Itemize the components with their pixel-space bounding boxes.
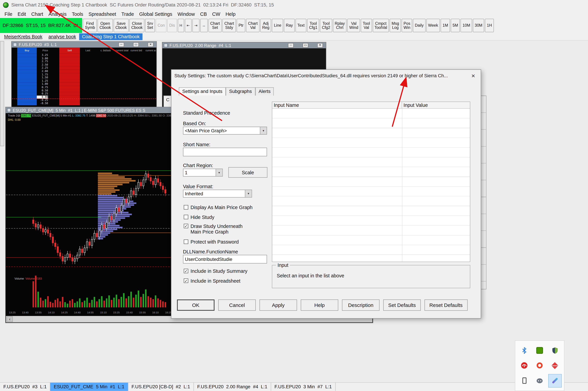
dom-price-row[interactable]: 3.00	[12, 57, 156, 60]
toolbar-button-1m[interactable]: 1M	[441, 19, 450, 32]
dom-sell-cell[interactable]	[59, 70, 80, 73]
checkbox-row-hide-study[interactable]: Hide Study	[184, 214, 214, 220]
checkbox-protect-with-password[interactable]	[184, 239, 188, 244]
checkbox-include-in-study-summary[interactable]: ✓	[184, 269, 188, 273]
scroll-left-button[interactable]: ‹	[7, 316, 13, 322]
toolbar-button-5m[interactable]: 5M	[451, 19, 460, 32]
checkbox-draw-study-underneath-main-price-graph[interactable]: ✓	[184, 224, 188, 228]
maximize-button[interactable]: ▭	[133, 42, 139, 47]
tray-icon-defender[interactable]	[548, 344, 562, 357]
dom-sell-cell[interactable]	[59, 92, 80, 96]
checkbox-include-in-spreadsheet[interactable]: ✓	[184, 279, 188, 283]
dom-buy-cell[interactable]	[17, 89, 37, 92]
dialog-tab-subgraphs[interactable]: Subgraphs	[226, 87, 255, 96]
dom-buy-cell[interactable]	[17, 76, 37, 79]
menu-item-window[interactable]: Window	[175, 10, 198, 17]
checkbox-row-include-in-spreadsheet[interactable]: ✓Include in Spreadsheet	[184, 278, 240, 284]
toolbar-button-1h[interactable]: 1H	[485, 19, 494, 32]
menu-item-global-settings[interactable]: Global Settings	[137, 10, 175, 17]
close-button[interactable]: ✕	[148, 42, 153, 47]
dom-buy-cell[interactable]	[17, 96, 37, 99]
chartbook-tab-coaching-step-1-chartbook[interactable]: Coaching Step 1 Chartbook	[79, 33, 143, 40]
checkbox-row-include-in-study-summary[interactable]: ✓Include in Study Summary	[184, 268, 247, 274]
toolbar-button-daily[interactable]: Daily	[413, 19, 426, 32]
dom-price-row[interactable]: 2.00	[12, 70, 156, 73]
toolbar-button-find-symb[interactable]: Find Symb	[83, 19, 97, 32]
toolbar-button-week[interactable]: Week	[426, 19, 440, 32]
statusbar-item-esu20-fut-cme-5-min-1-l-1[interactable]: ESU20_FUT_CME 5 Min #1 L:1	[50, 383, 128, 391]
menu-item-edit[interactable]: Edit	[15, 10, 28, 17]
dom-buy-cell[interactable]	[17, 70, 37, 73]
toolbar-button-tool-val[interactable]: Tool Val	[361, 19, 372, 32]
toolbar-button-chart-set[interactable]: Chart Set	[208, 19, 222, 32]
menu-item-trade[interactable]: Trade	[119, 10, 137, 17]
menu-item-spreadsheet[interactable]: Spreadsheet	[86, 10, 119, 17]
minimize-button[interactable]: ─	[288, 43, 294, 48]
maximize-button[interactable]: ▭	[303, 43, 308, 48]
toolbar-button-open-cbook[interactable]: Open Cbook	[98, 19, 113, 32]
range-window-titlebar[interactable]: F.US.EPU20 2.00 Range #4 L:1 ─ ▭ ✕	[162, 42, 326, 48]
dom-sell-cell[interactable]	[59, 63, 80, 66]
dom-sell-cell[interactable]	[59, 89, 80, 92]
dom-sell-cell[interactable]	[59, 96, 80, 99]
toolbar-button-h[interactable]: H	[178, 19, 184, 32]
toolbar-button-con[interactable]: Con	[156, 19, 167, 32]
cancel-button[interactable]: Cancel	[218, 299, 256, 311]
statusbar-item-f-us-epu20-cb-d-2-l-1[interactable]: F.US.EPU20 [CB-D] #2 L:1	[128, 383, 194, 391]
ok-button[interactable]: OK	[177, 299, 215, 311]
dropdown-arrow-icon[interactable]: ▼	[245, 190, 252, 197]
menu-item-chart[interactable]: Chart	[28, 10, 46, 17]
tray-icon-avira[interactable]	[518, 359, 531, 372]
dom-buy-cell[interactable]	[17, 57, 37, 60]
dom-buy-cell[interactable]	[17, 66, 37, 70]
tray-icon-discord[interactable]	[533, 374, 546, 388]
input-value-column-header[interactable]: Input Value	[402, 102, 470, 108]
toolbar-button-30m[interactable]: 30M	[473, 19, 484, 32]
dom-price-row[interactable]: 1.25	[12, 79, 156, 83]
toolbar-button-line[interactable]: Line	[272, 19, 283, 32]
toolbar-button-cmpct-toolval[interactable]: Cmpct ToolVal	[373, 19, 389, 32]
dom-buy-cell[interactable]	[17, 54, 37, 57]
dom-price-row[interactable]: -0.50	[12, 102, 156, 105]
dom-buy-cell[interactable]	[17, 79, 37, 83]
menu-item-analysis[interactable]: Analysis	[46, 10, 69, 17]
menu-item-help[interactable]: Help	[223, 10, 238, 17]
dropdown-arrow-icon[interactable]: ▼	[216, 169, 223, 176]
dialog-titlebar[interactable]: Study Settings: The custom study C:\Sier…	[171, 70, 480, 82]
dropdown-arrow-icon[interactable]: ▼	[260, 127, 267, 134]
toolbar-button-chart-stdy[interactable]: Chart Stdy	[223, 19, 236, 32]
toolbar-button-[interactable]: ⇥	[192, 19, 199, 32]
dom-sell-cell[interactable]	[59, 83, 80, 86]
toolbar-button-10m[interactable]: 10M	[461, 19, 472, 32]
chartbook-tab-meiserkrebs-book[interactable]: MeiserKrebs Book	[1, 33, 46, 40]
dom-buy-cell[interactable]	[17, 102, 37, 105]
dom-price-row[interactable]: 0.25	[12, 92, 156, 96]
chartbook-tab-analyse-book[interactable]: analyse book	[45, 33, 79, 40]
input-name-column-header[interactable]: Input Name	[272, 102, 402, 108]
dom-sell-cell[interactable]	[59, 54, 80, 57]
dom-buy-cell[interactable]	[17, 63, 37, 66]
menu-item-cb[interactable]: CB	[198, 10, 210, 17]
toolbar-button-close-cbook[interactable]: Close Cbook	[129, 19, 144, 32]
apply-button[interactable]: Apply	[259, 299, 297, 311]
checkbox-display-as-main-price-graph[interactable]	[184, 205, 188, 209]
scale-button[interactable]: Scale	[229, 167, 267, 178]
toolbar-button-adj-reg[interactable]: Adj Reg	[260, 19, 271, 32]
close-button[interactable]: ✕	[317, 43, 323, 48]
description-button[interactable]: Description	[342, 299, 379, 311]
dialog-tab-settings-and-inputs[interactable]: Settings and Inputs	[179, 87, 226, 96]
menu-item-file[interactable]: File	[2, 10, 15, 17]
dom-price-row[interactable]: 2.50	[12, 63, 156, 66]
tray-icon-green-app[interactable]	[533, 344, 546, 357]
dom-price-row[interactable]: 1.75	[12, 73, 156, 76]
dom-sell-cell[interactable]	[59, 86, 80, 89]
dom-sell-cell[interactable]	[59, 79, 80, 83]
dll-function-input[interactable]	[183, 255, 267, 264]
dom-buy-cell[interactable]	[17, 60, 37, 63]
dom-buy-cell[interactable]	[17, 73, 37, 76]
dom-sell-cell[interactable]	[59, 99, 80, 102]
dom-buy-cell[interactable]	[17, 86, 37, 89]
toolbar-button-pos-win[interactable]: Pos Win	[402, 19, 412, 32]
dialog-tab-alerts[interactable]: Alerts	[255, 87, 274, 96]
toolbar-button-srv-set[interactable]: Srv Set	[145, 19, 155, 32]
